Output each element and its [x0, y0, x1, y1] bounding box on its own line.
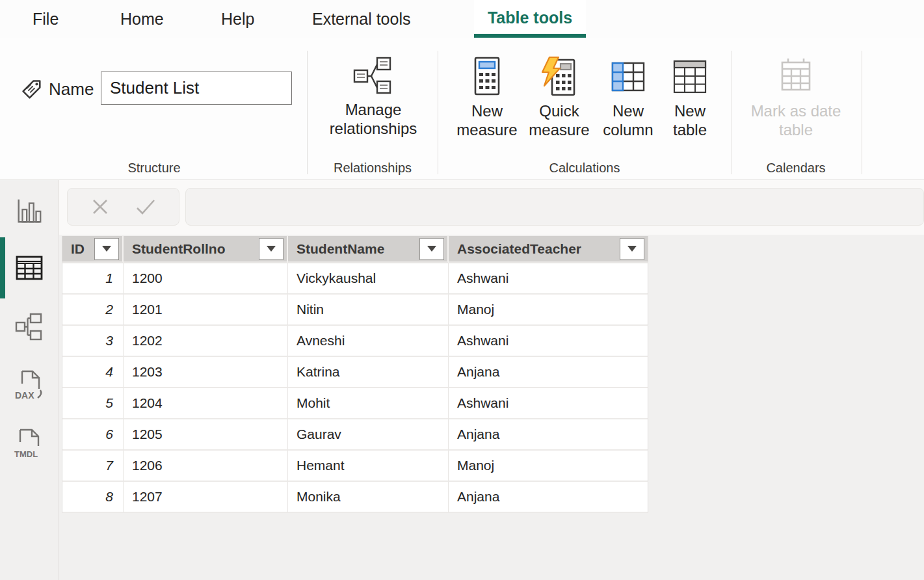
row-index-cell[interactable]: 8: [62, 482, 124, 513]
group-label-relationships: Relationships: [308, 161, 438, 176]
group-label-calculations: Calculations: [520, 161, 650, 176]
column-header-label: AssociatedTeacher: [457, 241, 581, 257]
calendar-icon: [775, 56, 817, 98]
button-label: Quick measure: [523, 101, 595, 139]
table-cell[interactable]: 1202: [124, 326, 288, 357]
formula-cancel-button[interactable]: [90, 197, 110, 217]
new-measure-icon: [468, 56, 506, 98]
group-divider: [862, 51, 862, 174]
table-row: 61205GauravAnjana: [62, 419, 648, 451]
column-header-associatedteacher[interactable]: AssociatedTeacher: [449, 236, 648, 263]
table-cell[interactable]: 1201: [124, 295, 288, 326]
table-cell[interactable]: 1207: [124, 482, 288, 513]
table-header-row: ID StudentRollno StudentName: [62, 236, 648, 263]
button-label: New table: [663, 101, 717, 139]
table-cell[interactable]: Katrina: [288, 357, 449, 388]
chevron-down-icon: [627, 246, 637, 252]
table-cell[interactable]: Anjana: [449, 482, 648, 513]
table-cell[interactable]: Avneshi: [288, 326, 449, 357]
tab-help[interactable]: Help: [221, 0, 254, 38]
column-filter-button[interactable]: [259, 238, 284, 260]
table-cell[interactable]: Gaurav: [288, 419, 449, 451]
row-index-cell[interactable]: 3: [62, 326, 124, 357]
table-cell[interactable]: 1206: [124, 451, 288, 482]
manage-relationships-button[interactable]: Manage relationships: [321, 53, 425, 173]
group-divider: [438, 51, 438, 174]
table-cell[interactable]: Hemant: [288, 451, 449, 482]
button-label: Mark as date table: [745, 101, 847, 139]
chevron-down-icon: [267, 246, 276, 252]
table-cell[interactable]: 1203: [124, 357, 288, 388]
new-column-button[interactable]: New column: [596, 53, 660, 173]
formula-input[interactable]: [185, 188, 924, 226]
table-cell[interactable]: Anjana: [449, 419, 648, 451]
report-view-icon: [14, 196, 44, 226]
tab-table-tools[interactable]: Table tools: [474, 0, 586, 38]
table-cell[interactable]: Ashwani: [449, 388, 648, 419]
table-row: 21201NitinManoj: [62, 295, 648, 326]
table-cell[interactable]: Ashwani: [449, 326, 648, 357]
tab-external-tools[interactable]: External tools: [312, 0, 410, 38]
quick-measure-button[interactable]: Quick measure: [523, 53, 595, 173]
table-cell[interactable]: Vickykaushal: [288, 263, 449, 295]
chevron-down-icon: [427, 246, 436, 252]
group-divider: [732, 51, 732, 174]
button-label: New column: [596, 101, 660, 139]
sidebar-item-dax-query-view[interactable]: DAX: [0, 366, 59, 405]
sidebar-item-tmdl-view[interactable]: TMDL: [0, 425, 59, 464]
table-name-input[interactable]: [101, 72, 292, 105]
column-filter-button[interactable]: [620, 238, 644, 260]
manage-relationships-icon: [352, 56, 394, 96]
tmdl-view-icon: TMDL: [14, 428, 45, 460]
sidebar-item-table-view[interactable]: [0, 248, 59, 287]
row-index-cell[interactable]: 1: [62, 263, 124, 295]
new-table-button[interactable]: New table: [663, 53, 717, 173]
column-header-studentname[interactable]: StudentName: [288, 236, 449, 263]
table-view-icon: [14, 252, 45, 283]
tab-file[interactable]: File: [33, 0, 59, 38]
table-row: 51204MohitAshwani: [62, 388, 648, 419]
powerbi-window: File Home Help External tools Table tool…: [0, 0, 924, 580]
column-header-label: StudentName: [297, 241, 384, 257]
row-index-cell[interactable]: 2: [62, 295, 124, 326]
model-view-icon: [14, 311, 45, 343]
table-cell[interactable]: Nitin: [288, 295, 449, 326]
row-index-cell[interactable]: 5: [62, 388, 124, 419]
table-cell[interactable]: Manoj: [449, 295, 648, 326]
chevron-down-icon: [102, 246, 111, 252]
table-cell[interactable]: 1204: [124, 388, 288, 419]
tab-home[interactable]: Home: [120, 0, 164, 38]
table-cell[interactable]: 1205: [124, 419, 288, 451]
button-label: New measure: [453, 101, 521, 139]
table-body: 11200VickykaushalAshwani21201NitinManoj3…: [62, 263, 648, 513]
row-index-cell[interactable]: 7: [62, 451, 124, 482]
row-index-cell[interactable]: 6: [62, 419, 124, 451]
table-cell[interactable]: Anjana: [449, 357, 648, 388]
name-label: Name: [49, 78, 94, 100]
column-header-studentrollno[interactable]: StudentRollno: [124, 236, 288, 263]
table-row: 71206HemantManoj: [62, 451, 648, 482]
group-label-structure: Structure: [89, 161, 219, 176]
table-cell[interactable]: Monika: [288, 482, 449, 513]
data-grid-area: ID StudentRollno StudentName: [59, 235, 924, 580]
table-cell[interactable]: 1200: [124, 263, 288, 295]
table-row: 31202AvneshiAshwani: [62, 326, 648, 357]
view-sidebar: DAX TMDL: [0, 180, 59, 580]
row-index-cell[interactable]: 4: [62, 357, 124, 388]
table-row: 41203KatrinaAnjana: [62, 357, 648, 388]
new-column-icon: [607, 56, 649, 98]
sidebar-item-report-view[interactable]: [0, 192, 59, 231]
sidebar-item-model-view[interactable]: [0, 308, 59, 347]
new-measure-button[interactable]: New measure: [453, 53, 521, 173]
group-divider: [307, 51, 308, 174]
column-filter-button[interactable]: [419, 238, 444, 260]
table-row: 11200VickykaushalAshwani: [62, 263, 648, 295]
column-header-id[interactable]: ID: [62, 236, 124, 263]
column-filter-button[interactable]: [94, 238, 119, 260]
svg-text:TMDL: TMDL: [14, 449, 38, 459]
table-cell[interactable]: Mohit: [288, 388, 449, 419]
formula-commit-button[interactable]: [135, 197, 157, 217]
table-cell[interactable]: Ashwani: [449, 263, 648, 295]
table-cell[interactable]: Manoj: [449, 451, 648, 482]
group-label-calendars: Calendars: [731, 161, 861, 176]
